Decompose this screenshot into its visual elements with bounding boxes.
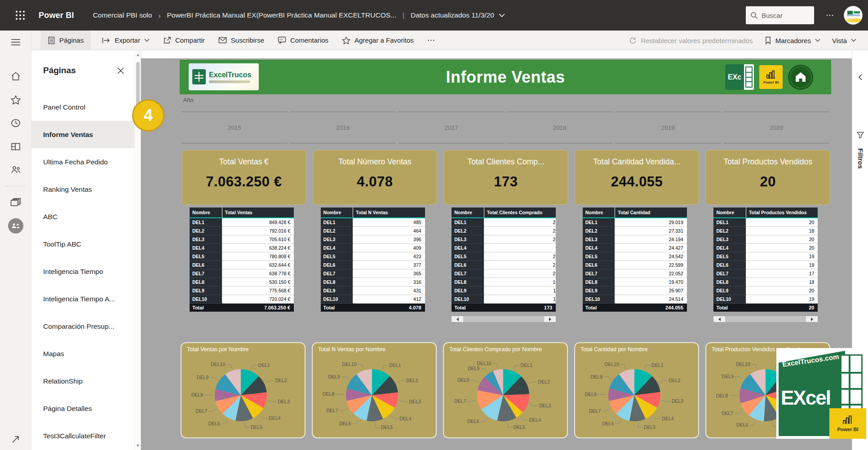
scroll-left-button[interactable] [713,316,725,322]
brand-name: ExcelTrucos [209,71,251,79]
total-value-cell: 4.078 [353,304,425,312]
page-item[interactable]: Mapas [31,340,134,367]
column-header[interactable]: Total Productos Vendidos [746,207,818,218]
bookmarks-button[interactable]: Marcadores [765,31,820,50]
column-header[interactable]: Nombre [190,207,222,218]
page-item[interactable]: Página Detalles [31,395,134,422]
page-item[interactable]: Panel Control [31,93,134,121]
favorite-button-label: Agregar a Favoritos [354,36,414,44]
data-updated-label[interactable]: Datos actualizados 11/3/20 [411,11,494,19]
comments-button[interactable]: Comentarios [278,31,328,50]
filters-pane-label[interactable]: Filtros [852,148,868,202]
table-row: DEL9775.568 € [190,287,294,295]
filters-expand-button[interactable] [852,74,868,81]
year-segment[interactable]: 2020 [723,111,829,144]
scroll-left-arrow-icon [456,318,459,321]
kpi-title: Total Ventas € [182,157,306,167]
pie-chart-card[interactable]: Total Clientes Comprado por NombreDEL1DE… [443,342,568,438]
breadcrumb-workspace[interactable]: Comercial PBI solo [93,11,152,19]
table-hscrollbar[interactable] [452,316,556,322]
share-button[interactable]: Compartir [163,31,205,50]
year-segment[interactable]: 2017 [398,111,504,144]
pie-chart-card[interactable]: Total Ventas por NombreDEL1DEL2DEL3DEL4D… [181,342,306,438]
view-button[interactable]: Vista [832,31,856,50]
page-item[interactable]: Test3CallculateFilter [31,422,134,450]
nav-collapse-button[interactable] [0,31,31,54]
page-item[interactable]: Comparación Presup... [31,313,134,340]
pie-charts-row: Total Ventas por NombreDEL1DEL2DEL3DEL4D… [181,342,832,438]
breadcrumb-report[interactable]: PowerBI Práctica Manual EX(PowerBI Práct… [167,11,396,19]
topbar-more-button[interactable]: ⋯ [820,10,840,20]
year-segment[interactable]: 2019 [615,111,721,144]
pie-label-leader-line [752,365,757,369]
scroll-right-button[interactable] [544,316,556,322]
data-table[interactable]: NombreTotal CantidadDEL129.019DEL227.331… [583,207,687,312]
column-header[interactable]: Nombre [452,207,484,218]
subscribe-button[interactable]: Suscribirse [218,31,264,50]
export-button[interactable]: Exportar [102,31,150,50]
nav-expand-button[interactable] [0,435,31,444]
column-header[interactable]: Nombre [713,207,746,218]
column-header[interactable]: Total N Ventas [353,207,425,218]
row-value: 632.644 € [269,262,290,268]
year-segment[interactable]: 2018 [507,111,613,144]
pie-slice-label: DEL5 [644,424,655,430]
report-canvas: ExcelTrucos Informe Ventas EXc Power BI [141,50,852,450]
nav-apps-button[interactable] [0,135,31,158]
row-name-cell: DEL1 [583,218,615,227]
data-table[interactable]: NombreTotal VentasDEL1849.428 €DEL2792.0… [190,207,294,312]
page-item[interactable]: Inteligencia Tiempo [31,258,134,285]
data-table[interactable]: NombreTotal N VentasDEL1485DEL2464DEL339… [321,207,425,312]
account-avatar[interactable] [844,6,863,25]
table-hscrollbar[interactable] [713,316,818,322]
toolbar-more-button[interactable]: ⋯ [427,31,435,50]
page-item[interactable]: ABC [31,203,134,230]
table-visual: NombreTotal N VentasDEL1485DEL2464DEL339… [321,207,425,312]
scroll-down-arrow-icon[interactable]: ▼ [135,442,141,449]
waffle-menu-icon[interactable] [13,8,28,23]
scroll-left-button[interactable] [452,316,463,322]
row-name-cell: DEL5 [190,252,222,261]
page-item[interactable]: Inteligencia Tiempo A... [31,285,134,313]
add-favorite-button[interactable]: Agregar a Favoritos [342,31,414,50]
reset-defaults-button[interactable]: Restablecer valores predeterminados [629,31,753,50]
page-item[interactable]: Informe Ventas [31,121,134,148]
year-segment[interactable]: 2016 [290,111,396,144]
column-header[interactable]: Total Clientes Comprado [484,207,556,218]
updated-chevron-down-icon[interactable] [499,13,505,18]
page-item[interactable]: ToolTip ABC [31,230,134,258]
nav-shared-button[interactable] [0,158,31,181]
pie-chart-card[interactable]: Total N Ventas por NombreDEL1DEL2DEL3DEL… [312,342,437,438]
pages-panel-close-button[interactable] [117,67,124,75]
nav-workspace-avatar[interactable] [0,214,31,238]
page-item[interactable]: Ultima Fecha Pedido [31,148,134,176]
nav-favorites-button[interactable] [0,88,31,111]
scroll-up-arrow-icon[interactable]: ▲ [135,51,141,58]
column-header[interactable]: Nombre [583,207,615,218]
column-header[interactable]: Nombre [321,207,353,218]
row-value: 409 [413,245,421,251]
row-name-cell: DEL9 [190,287,222,295]
page-item[interactable]: Ranking Ventas [31,176,134,203]
column-header[interactable]: Total Ventas [222,207,294,218]
scroll-right-button[interactable] [806,316,818,322]
nav-home-button[interactable] [0,65,31,88]
page-item[interactable]: RelationShip [31,367,134,395]
row-name-cell: DEL8 [190,278,222,287]
row-value-cell: 849.428 € [222,218,294,227]
excel-badge-icon[interactable]: EXc [725,64,754,90]
data-table[interactable]: NombreTotal Clientes CompradoDEL121DEL22… [452,207,556,312]
row-value: 20 [809,237,815,242]
home-nav-button[interactable] [788,65,813,90]
search-input[interactable]: Buscar [746,6,814,24]
column-header[interactable]: Total Cantidad [615,207,687,218]
pages-button[interactable]: Páginas [40,31,91,50]
data-table[interactable]: NombreTotal Productos VendidosDEL120DEL2… [713,207,818,312]
powerbi-badge-icon[interactable]: Power BI [759,65,783,89]
year-segment[interactable]: 2015 [182,111,288,144]
nav-recent-button[interactable] [0,111,31,135]
pie-chart-card[interactable]: Total Cantidad por NombreDEL1DEL2DEL3DEL… [574,342,699,438]
row-value-cell: 530.150 € [222,278,294,287]
nav-workspaces-button[interactable] [0,191,31,214]
view-chevron-down-icon [851,39,856,42]
